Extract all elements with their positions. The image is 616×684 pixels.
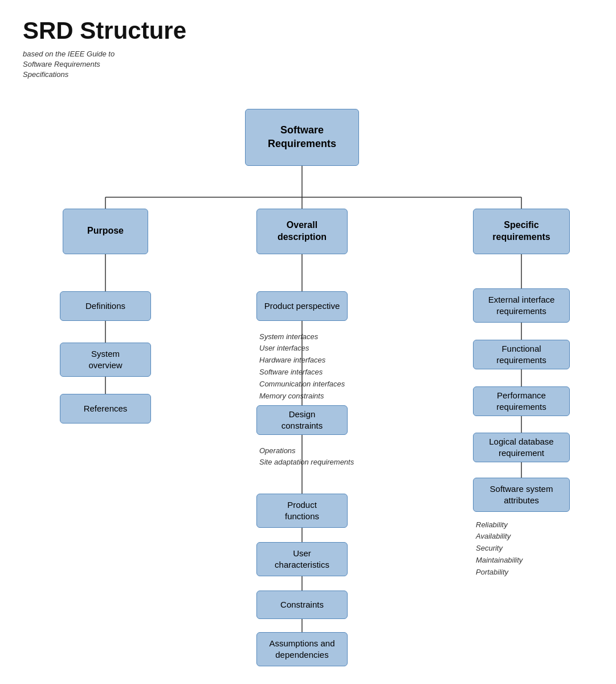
purpose-box: Purpose xyxy=(63,209,148,254)
diagram: SoftwareRequirements Purpose Definitions… xyxy=(23,103,593,684)
specific-box: Specificrequirements xyxy=(473,209,570,254)
system-interfaces-text: System interfacesUser interfacesHardware… xyxy=(259,331,345,402)
performance-box: Performancerequirements xyxy=(473,386,570,416)
functional-box: Functionalrequirements xyxy=(473,340,570,369)
subtitle: based on the IEEE Guide to Software Requ… xyxy=(23,49,137,80)
product-functions-box: Productfunctions xyxy=(256,494,348,528)
product-perspective-box: Product perspective xyxy=(256,291,348,321)
design-constraints-box: Designconstraints xyxy=(256,405,348,435)
ext-interface-box: External interfacerequirements xyxy=(473,288,570,323)
overall-box: Overalldescription xyxy=(256,209,348,254)
root-box: SoftwareRequirements xyxy=(245,109,359,166)
logical-db-box: Logical databaserequirement xyxy=(473,433,570,462)
operations-text: OperationsSite adaptation requirements xyxy=(259,445,354,469)
page-title: SRD Structure xyxy=(23,17,593,44)
user-characteristics-box: Usercharacteristics xyxy=(256,542,348,576)
constraints-box: Constraints xyxy=(256,591,348,619)
reliability-text: ReliabilityAvailabilitySecurityMaintaina… xyxy=(476,519,523,579)
system-overview-box: Systemoverview xyxy=(60,343,151,377)
software-system-box: Software systemattributes xyxy=(473,478,570,512)
references-box: References xyxy=(60,394,151,424)
assumptions-box: Assumptions anddependencies xyxy=(256,632,348,666)
definitions-box: Definitions xyxy=(60,291,151,321)
